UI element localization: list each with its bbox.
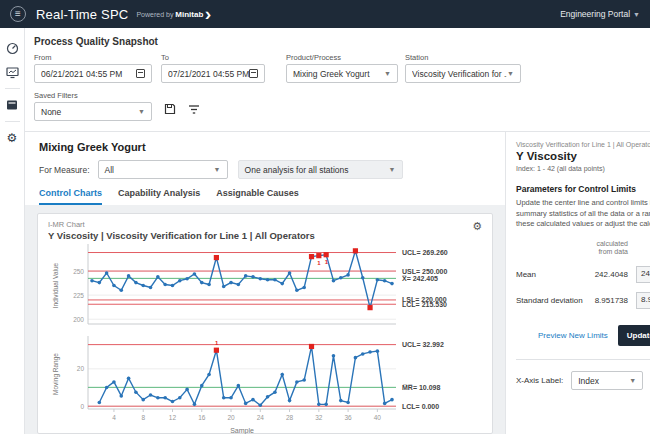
filter-button[interactable] <box>188 101 200 119</box>
moving-range-chart: 020Moving RangeUCL= 32.992M̅R̅= 10.098LC… <box>48 333 482 434</box>
sidebar-item-dashboard[interactable] <box>0 36 25 60</box>
svg-text:16: 16 <box>198 414 206 421</box>
sidebar-divider <box>5 121 20 122</box>
sidebar-divider <box>5 88 20 89</box>
update-control-limits-button[interactable]: Update Control Limits <box>618 325 650 346</box>
funnel-icon <box>188 104 200 115</box>
section-title: Parameters for Control Limits <box>516 184 650 194</box>
stdev-label: Standard deviation <box>516 296 584 305</box>
svg-text:225: 225 <box>73 292 84 299</box>
sidebar-item-storage[interactable] <box>0 93 25 117</box>
process-header: Mixing Greek Yogurt For Measure: All ▼ O… <box>25 132 505 205</box>
to-date-input[interactable]: 07/21/2021 04:55 PM <box>161 64 265 83</box>
preview-new-limits-link[interactable]: Preview New Limits <box>538 331 608 340</box>
process-title: Mixing Greek Yogurt <box>39 141 491 153</box>
panel-subtitle: Viscosity Verification for Line 1 | All … <box>516 141 650 148</box>
mean-calculated-value: 242.4048 <box>584 270 628 279</box>
stdev-input[interactable]: 8.951738 <box>636 292 650 309</box>
individuals-chart: 200225250Individual ValueUCL= 269.260USL… <box>48 241 482 329</box>
chart-type-label: I-MR Chart <box>48 220 315 229</box>
mean-label: Mean <box>516 270 584 279</box>
for-measure-label: For Measure: <box>39 165 90 175</box>
gear-icon: ⚙ <box>7 131 18 145</box>
calendar-icon <box>249 69 258 78</box>
stdev-calculated-value: 8.951738 <box>584 296 628 305</box>
powered-by: Powered by Minitab ❯ <box>136 10 211 19</box>
chevron-down-icon: ▼ <box>384 70 391 77</box>
index-range-info: Index: 1 - 42 (all data points) <box>516 165 650 172</box>
divider <box>516 359 650 360</box>
tab-capability-analysis[interactable]: Capability Analysis <box>118 188 200 205</box>
save-icon <box>164 103 176 115</box>
chart-title: Y Viscosity | Viscosity Verification for… <box>48 230 315 241</box>
gauge-icon <box>6 42 19 55</box>
svg-text:UCL= 32.992: UCL= 32.992 <box>402 341 444 348</box>
process-quality-snapshot-panel: Process Quality Snapshot From 06/21/2021… <box>25 28 650 132</box>
imr-chart-card: I-MR Chart Y Viscosity | Viscosity Verif… <box>37 213 493 434</box>
menu-icon[interactable]: ≡ <box>10 6 26 22</box>
mean-row: Mean 242.4048 242.4048 <box>516 266 650 283</box>
monitor-chart-icon <box>6 66 19 79</box>
section-description: Update the center line and control limit… <box>516 198 650 230</box>
svg-text:20: 20 <box>227 414 235 421</box>
tab-assignable-causes[interactable]: Assignable Causes <box>216 188 299 205</box>
svg-text:Individual Value: Individual Value <box>52 262 59 308</box>
x-axis-dropdown[interactable]: Index ▼ <box>571 371 643 390</box>
saved-filters-label: Saved Filters <box>34 91 152 100</box>
svg-text:20: 20 <box>77 365 85 372</box>
svg-text:M̅R̅= 10.098: M̅R̅= 10.098 <box>402 384 440 391</box>
svg-text:8: 8 <box>141 414 145 421</box>
svg-text:X̅= 242.405: X̅= 242.405 <box>401 275 438 282</box>
chevron-down-icon: ▼ <box>138 108 145 115</box>
measure-title: Y Viscosity <box>516 150 650 162</box>
svg-text:250: 250 <box>73 268 84 275</box>
portal-dropdown[interactable]: Engineering Portal▼ <box>560 9 640 19</box>
from-date-input[interactable]: 06/21/2021 04:55 PM <box>34 64 152 83</box>
saved-filters-dropdown[interactable]: None ▼ <box>34 102 152 121</box>
svg-text:USL= 250.000: USL= 250.000 <box>402 268 447 275</box>
station-label: Station <box>405 53 521 62</box>
app-title: Real-Time SPC <box>36 7 128 22</box>
svg-text:28: 28 <box>286 414 294 421</box>
minitab-logo-icon: ❯ <box>205 11 212 19</box>
sidebar: ⚙ <box>0 28 25 434</box>
control-limits-panel: Viscosity Verification for Line 1 | All … <box>505 132 650 434</box>
svg-text:0: 0 <box>80 403 84 410</box>
svg-text:32: 32 <box>315 414 323 421</box>
from-label: From <box>34 53 152 62</box>
tab-bar: Control Charts Capability Analysis Assig… <box>39 188 491 205</box>
measure-dropdown[interactable]: All ▼ <box>98 160 228 179</box>
panel-title: Process Quality Snapshot <box>34 36 641 47</box>
mean-input[interactable]: 242.4048 <box>636 266 650 283</box>
svg-text:1: 1 <box>215 340 219 346</box>
svg-text:40: 40 <box>374 414 382 421</box>
svg-text:12: 12 <box>169 414 177 421</box>
svg-text:UCL= 269.260: UCL= 269.260 <box>402 249 448 256</box>
tab-control-charts[interactable]: Control Charts <box>39 188 102 205</box>
save-filter-button[interactable] <box>164 101 176 119</box>
product-process-dropdown[interactable]: Mixing Greek Yogurt ▼ <box>286 64 398 83</box>
calendar-icon <box>136 69 145 78</box>
svg-text:36: 36 <box>344 414 352 421</box>
chart-settings-gear-icon[interactable]: ⚙ <box>472 220 482 233</box>
chevron-down-icon: ▼ <box>389 166 396 173</box>
archive-box-icon <box>6 99 18 111</box>
station-dropdown[interactable]: Viscosity Verification for ... ▼ <box>405 64 521 83</box>
chevron-down-icon: ▼ <box>507 70 514 77</box>
svg-text:4: 4 <box>112 414 116 421</box>
top-nav: ≡ Real-Time SPC Powered by Minitab ❯ Eng… <box>0 0 650 28</box>
sidebar-item-settings[interactable]: ⚙ <box>0 126 25 150</box>
product-process-label: Product/Process <box>286 53 398 62</box>
analysis-mode-dropdown[interactable]: One analysis for all stations ▼ <box>238 160 403 179</box>
chevron-down-icon: ▼ <box>633 11 640 18</box>
svg-text:Moving Range: Moving Range <box>52 353 60 395</box>
chevron-down-icon: ▼ <box>629 377 636 384</box>
svg-text:LCL= 0.000: LCL= 0.000 <box>402 403 439 410</box>
sidebar-item-monitor[interactable] <box>0 60 25 84</box>
calculated-column-header: calculated from data <box>516 240 628 258</box>
svg-text:24: 24 <box>257 414 265 421</box>
svg-text:LCL= 215.530: LCL= 215.530 <box>402 301 447 308</box>
chevron-down-icon: ▼ <box>214 166 221 173</box>
svg-text:200: 200 <box>73 316 84 323</box>
x-axis-label: X-Axis Label: <box>516 376 563 385</box>
